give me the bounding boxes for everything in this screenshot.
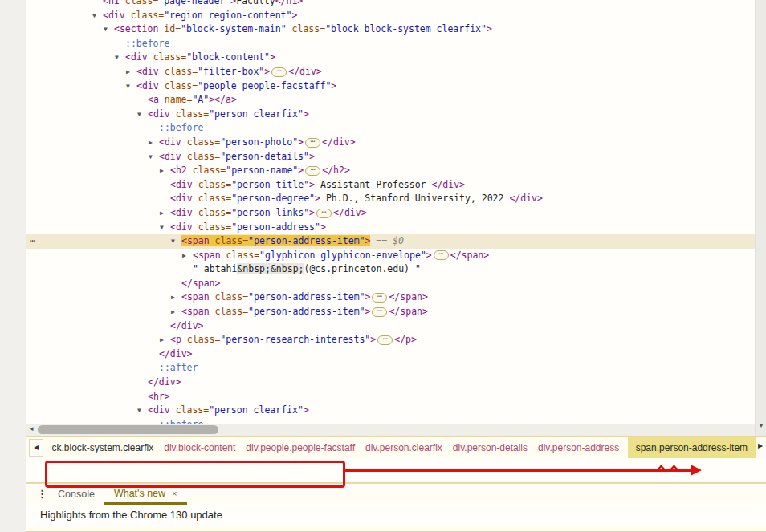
syntax-token-attr: class= (193, 207, 231, 218)
syntax-token-attr: class= (210, 235, 248, 246)
chevron-down-icon[interactable]: ▼ (137, 404, 148, 418)
chevron-down-icon[interactable]: ▼ (149, 150, 159, 164)
syntax-token-tag: > (298, 164, 304, 176)
syntax-token-tag: > (309, 179, 315, 190)
dom-tree-row[interactable]: ▶<span class="glyphicon glyphicon-envelo… (26, 249, 755, 263)
syntax-token-tag: > (264, 66, 270, 77)
dom-tree-row[interactable]: </div> (26, 319, 755, 334)
dom-tree-row[interactable]: " abtahi&nbsp;&nbsp;(@cs.princeton.edu) … (26, 262, 755, 277)
dom-tree-row[interactable]: ▶<div class="person-links">⋯</div> (26, 206, 755, 221)
vertical-scrollbar[interactable]: ▼ (755, 0, 766, 436)
syntax-token-tag: > (370, 335, 376, 346)
chevron-down-icon[interactable]: ▼ (126, 79, 136, 94)
expand-ellipsis-button[interactable]: ⋯ (316, 209, 332, 218)
syntax-token-val: "person clearfix" (209, 108, 304, 120)
breadcrumb-item[interactable]: div.people.people-facstaff (246, 442, 355, 453)
chevron-down-icon[interactable]: ▼ (160, 221, 170, 235)
dom-tree-row[interactable]: ⋯▼<span class="person-address-item"> == … (26, 234, 755, 249)
whats-new-highlights: Highlights from the Chrome 130 update (26, 505, 766, 526)
syntax-token-attr: class= (159, 80, 198, 91)
tab-label: Console (58, 489, 95, 500)
dom-tree-row[interactable]: ::before (26, 418, 755, 424)
tab-label: What's new (114, 488, 165, 499)
dom-tree-row[interactable]: ▼<div class="region region-content"> (26, 9, 755, 23)
scroll-left-icon[interactable]: ◄ (28, 425, 35, 433)
syntax-token-tag: <span (193, 250, 221, 261)
breadcrumb-item[interactable]: div.person-details (453, 442, 528, 453)
close-tab-icon[interactable]: × (172, 489, 177, 498)
dom-tree-row[interactable]: </div> (26, 347, 755, 362)
horizontal-scrollbar-thumb[interactable] (38, 425, 218, 434)
dom-tree-row[interactable]: ▶<div class="person-photo">⋯</div> (26, 136, 755, 150)
scroll-down-icon[interactable]: ▼ (758, 422, 764, 429)
syntax-token-tag: <p (170, 335, 181, 346)
expand-ellipsis-button[interactable]: ⋯ (305, 166, 320, 176)
annotation-arrow-head (691, 465, 702, 476)
dom-tree-row[interactable]: </div> (26, 376, 755, 390)
syntax-token-attr: class= (193, 221, 231, 233)
breadcrumb-item[interactable]: span.person-address-item (628, 437, 756, 458)
dom-tree-row[interactable]: ▶<p class="person-research-interests">⋯<… (26, 333, 755, 347)
chevron-right-icon[interactable]: ▶ (171, 290, 181, 305)
breadcrumb-item[interactable]: ck.block-system.clearfix (52, 442, 154, 453)
syntax-token-val: "glyphicon glyphicon-envelope" (259, 250, 426, 261)
breadcrumb-item[interactable]: div.block-content (164, 442, 235, 453)
syntax-token-val: "block-content" (186, 52, 270, 63)
expand-ellipsis-button[interactable]: ⋯ (305, 138, 320, 148)
chevron-right-icon[interactable]: ▶ (126, 65, 136, 79)
dom-tree-row[interactable]: <h1 class="page-header">Faculty</h1> (26, 0, 755, 9)
dom-tree-row[interactable]: ▼<div class="person-address"> (26, 221, 755, 235)
dom-tree-row[interactable]: <a name="A"></a> (26, 93, 755, 108)
chevron-down-icon[interactable]: ▼ (171, 234, 181, 249)
dom-tree-row[interactable]: ▶<div class="filter-box">⋯</div> (26, 65, 755, 79)
chevron-down-icon[interactable]: ▼ (137, 108, 148, 122)
expand-ellipsis-button[interactable]: ⋯ (377, 335, 393, 345)
expand-ellipsis-button[interactable]: ⋯ (271, 67, 287, 77)
chevron-right-icon[interactable]: ▶ (149, 136, 159, 150)
dom-tree-row[interactable]: ▶<span class="person-address-item">⋯</sp… (26, 305, 755, 319)
dom-tree-row[interactable]: ▼<div class="person clearfix"> (26, 404, 755, 418)
syntax-token-attr: class= (287, 23, 325, 35)
dom-tree-row[interactable]: ::after (26, 361, 755, 376)
chevron-down-icon[interactable]: ▼ (104, 22, 114, 37)
expand-ellipsis-button[interactable]: ⋯ (372, 307, 387, 317)
syntax-token-tag: </div> (509, 193, 543, 204)
breadcrumb-item[interactable]: div.person-address (538, 442, 619, 453)
syntax-token-val: "person-address-item" (248, 306, 365, 317)
chevron-down-icon[interactable]: ▼ (115, 51, 125, 65)
row-menu-icon[interactable]: ⋯ (30, 234, 36, 249)
chevron-right-icon[interactable]: ▶ (160, 206, 170, 221)
chevron-right-icon[interactable]: ▶ (182, 249, 193, 263)
dom-tree-row[interactable]: ::before (26, 121, 755, 136)
chevron-right-icon[interactable]: ▶ (160, 333, 170, 347)
dom-tree-row[interactable]: ▼<div class="person clearfix"> (26, 108, 755, 122)
chevron-down-icon[interactable]: ▼ (92, 9, 103, 23)
syntax-token-tag: </span> (450, 250, 489, 261)
dom-tree-row[interactable]: ▶<h2 class="person-name">⋯</h2> (26, 164, 755, 178)
syntax-token-pseudo: ::after (159, 362, 198, 373)
chevron-right-icon[interactable]: ▶ (160, 164, 170, 178)
whats-new-highlights-text[interactable]: Highlights from the Chrome 130 update (40, 509, 222, 521)
breadcrumb-scroll-right-icon[interactable]: ▶ (758, 442, 763, 449)
dom-tree-row[interactable]: ▼<div class="person-details"> (26, 150, 755, 164)
breadcrumb-item[interactable]: div.person.clearfix (365, 442, 442, 453)
syntax-token-val: "block block-system clearfix" (325, 23, 487, 35)
dom-tree-row[interactable]: ▼<div class="block-content"> (26, 51, 755, 65)
syntax-token-val: "person-address-item" (248, 292, 365, 303)
dom-tree-row[interactable]: ▼<section id="block-system-main" class="… (26, 22, 755, 37)
dom-tree-row[interactable]: ▶<span class="person-address-item">⋯</sp… (26, 290, 755, 305)
horizontal-scrollbar[interactable]: ◄ (26, 424, 755, 436)
dom-tree-row[interactable]: <div class="person-title"> Assistant Pro… (26, 178, 755, 193)
syntax-token-tag: > (270, 52, 275, 63)
syntax-token-tag: </span> (181, 278, 220, 289)
dom-tree-row[interactable]: <div class="person-degree"> Ph.D., Stanf… (26, 192, 755, 206)
dom-tree-row[interactable]: ▼<div class="people people-facstaff"> (26, 79, 755, 94)
dom-tree-row[interactable]: <hr> (26, 390, 755, 404)
chevron-right-icon[interactable]: ▶ (171, 305, 181, 319)
expand-ellipsis-button[interactable]: ⋯ (434, 250, 449, 260)
syntax-token-tag: > (309, 151, 315, 162)
dom-tree-row[interactable]: ::before (26, 37, 755, 51)
dom-tree-row[interactable]: </span> (26, 277, 755, 291)
expand-ellipsis-button[interactable]: ⋯ (372, 293, 387, 303)
breadcrumb-scroll-left-icon[interactable]: ◀ (29, 439, 43, 457)
